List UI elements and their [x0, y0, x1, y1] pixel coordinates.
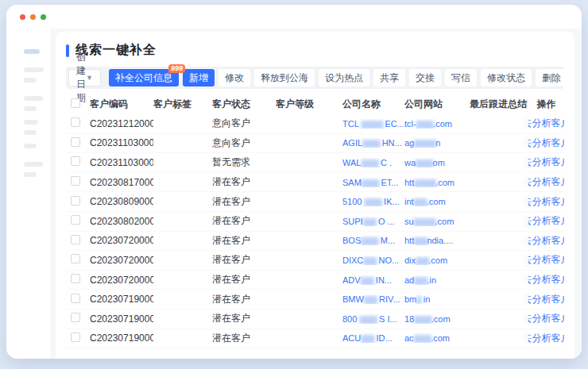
- table-row[interactable]: C202312120001 意向客户 TCL █████ EC... tcl-█…: [66, 114, 564, 134]
- company-name-link[interactable]: BMW███ RIV...: [342, 294, 404, 304]
- row-checkbox[interactable]: [71, 176, 80, 186]
- row-checkbox[interactable]: [71, 274, 80, 283]
- company-name-link[interactable]: WAL████ C .: [342, 158, 404, 167]
- company-name-link[interactable]: DIXC███ NO...: [342, 256, 404, 265]
- company-name-link[interactable]: 5100 ████ IK...: [342, 197, 404, 206]
- customer-code: C202307190002: [90, 313, 153, 325]
- table-row[interactable]: C202308090001 潜在客户 5100 ████ IK... int██…: [66, 192, 564, 212]
- row-checkbox[interactable]: [71, 235, 80, 244]
- row-checkbox[interactable]: [71, 313, 80, 322]
- table-row[interactable]: C202307200001 潜在客户 ADV███ IN... ad███.in…: [66, 271, 564, 290]
- table-header-row: 客户编码 客户标签 客户状态 客户等级 公司名称 公司网站 最后跟进总结 操作: [66, 94, 564, 114]
- company-name-link[interactable]: TCL █████ EC...: [342, 119, 404, 129]
- table-row[interactable]: C202308170001 潜在客户 SAM████ ET... htt████…: [66, 173, 564, 193]
- zoom-window-button[interactable]: [41, 14, 46, 20]
- analyze-customer-link[interactable]: 去分析客户: [528, 232, 564, 251]
- more-actions-button[interactable]: 更多... ▼: [571, 69, 574, 86]
- table-row[interactable]: C202307190002 潜在客户 800 ████ S I... 18███…: [66, 309, 564, 329]
- row-checkbox[interactable]: [71, 156, 80, 166]
- analyze-customer-link[interactable]: 去分析客户: [528, 329, 564, 348]
- company-website-link[interactable]: su█████.com: [404, 217, 470, 226]
- sidebar-skeleton: [6, 29, 52, 359]
- content-card: 线索一键补全 创建日期 ▼ 补全公司信息 999 新增 修改释放到公海设为热点共…: [56, 32, 574, 359]
- sidebar-skeleton-item: [24, 106, 37, 111]
- company-name-link[interactable]: ADV███ IN...: [342, 275, 404, 285]
- customer-code: C202308020001: [90, 216, 153, 227]
- company-name-link[interactable]: 800 ████ S I...: [342, 314, 404, 324]
- title-accent-bar: [66, 44, 69, 57]
- set-hotspot-button[interactable]: 设为热点: [319, 69, 369, 86]
- customer-code: C202307200002: [90, 255, 153, 266]
- row-checkbox[interactable]: [71, 294, 80, 303]
- company-name-link[interactable]: AGIL████ HN...: [342, 138, 404, 148]
- customer-status: 暂无需求: [212, 156, 276, 169]
- close-window-button[interactable]: [20, 14, 25, 20]
- company-website-link[interactable]: dix███.com: [404, 256, 470, 265]
- row-checkbox[interactable]: [71, 137, 80, 147]
- row-checkbox[interactable]: [71, 254, 80, 263]
- select-all-checkbox[interactable]: [71, 98, 80, 108]
- company-name-link[interactable]: SAM████ ET...: [342, 178, 404, 187]
- company-website-link[interactable]: htt█████.com: [404, 178, 470, 187]
- customer-status: 潜在客户: [212, 253, 276, 267]
- table-row[interactable]: C202311030001 暂无需求 WAL████ C . wa████om …: [66, 153, 564, 173]
- table-row[interactable]: C202308020001 潜在客户 SUPI███ O ... su█████…: [66, 212, 564, 232]
- customer-status: 意向客户: [212, 136, 276, 150]
- change-status-button[interactable]: 修改状态: [481, 69, 532, 86]
- sidebar-skeleton-item: [24, 67, 44, 72]
- release-to-public-sea-button[interactable]: 释放到公海: [254, 69, 315, 86]
- customer-status: 潜在客户: [212, 273, 276, 286]
- analyze-customer-link[interactable]: 去分析客户: [528, 251, 564, 270]
- row-checkbox[interactable]: [71, 332, 80, 342]
- minimize-window-button[interactable]: [30, 14, 36, 20]
- company-website-link[interactable]: ag█████n: [404, 138, 470, 148]
- add-new-button[interactable]: 新增: [183, 69, 215, 86]
- company-website-link[interactable]: wa████om: [404, 158, 470, 167]
- handover-button[interactable]: 交接: [409, 69, 441, 86]
- table-row[interactable]: C202307190001 潜在客户 ACU███ ID... ac████.c…: [66, 329, 564, 349]
- write-letter-button[interactable]: 写信: [445, 69, 477, 86]
- company-website-link[interactable]: 18████.com: [404, 314, 470, 324]
- app-window: 线索一键补全 创建日期 ▼ 补全公司信息 999 新增 修改释放到公海设为热点共…: [6, 5, 582, 359]
- col-header-followup-summary: 最后跟进总结: [470, 98, 528, 111]
- page-header: 线索一键补全: [66, 42, 564, 59]
- complete-company-info-badge: 999: [168, 64, 185, 73]
- analyze-customer-link[interactable]: 去分析客户: [528, 290, 564, 309]
- company-website-link[interactable]: htt███ndia....: [404, 236, 470, 245]
- analyze-customer-link[interactable]: 去分析客户: [528, 153, 564, 172]
- row-checkbox[interactable]: [71, 196, 80, 206]
- analyze-customer-link[interactable]: 去分析客户: [528, 114, 564, 133]
- company-website-link[interactable]: bm█ in: [404, 294, 470, 304]
- company-website-link[interactable]: ad███.in: [404, 275, 470, 285]
- col-header-company-website: 公司网站: [404, 98, 470, 111]
- customer-status: 潜在客户: [212, 234, 276, 248]
- table-row[interactable]: C202307200002 潜在客户 DIXC███ NO... dix███.…: [66, 251, 564, 271]
- row-checkbox[interactable]: [71, 215, 80, 225]
- table-row[interactable]: C202311030002 意向客户 AGIL████ HN... ag████…: [66, 134, 564, 154]
- table-row[interactable]: C202307190003 潜在客户 BMW███ RIV... bm█ in …: [66, 290, 564, 309]
- col-header-customer-status: 客户状态: [212, 98, 276, 111]
- share-button[interactable]: 共享: [373, 69, 405, 86]
- analyze-customer-link[interactable]: 去分析客户: [528, 309, 564, 329]
- analyze-customer-link[interactable]: 去分析客户: [528, 212, 564, 231]
- customer-code: C202307190003: [90, 294, 153, 305]
- chevron-down-icon: ▼: [86, 74, 93, 82]
- analyze-customer-link[interactable]: 去分析客户: [528, 134, 564, 153]
- edit-button[interactable]: 修改: [219, 69, 250, 86]
- company-name-link[interactable]: BOS████ M...: [342, 236, 404, 245]
- window-titlebar: [6, 5, 582, 29]
- create-date-filter-select[interactable]: 创建日期 ▼: [68, 69, 101, 86]
- analyze-customer-link[interactable]: 去分析客户: [528, 271, 564, 290]
- company-website-link[interactable]: int███.com: [404, 197, 470, 206]
- company-name-link[interactable]: ACU███ ID...: [342, 333, 404, 343]
- row-checkbox[interactable]: [71, 117, 80, 127]
- company-name-link[interactable]: SUPI███ O ...: [342, 217, 404, 226]
- analyze-customer-link[interactable]: 去分析客户: [528, 192, 564, 211]
- sidebar-skeleton-item-active[interactable]: [24, 49, 40, 54]
- company-website-link[interactable]: tcl-████.com: [404, 119, 470, 129]
- sidebar-skeleton-item: [24, 78, 37, 83]
- table-row[interactable]: C202307200003 潜在客户 BOS████ M... htt███nd…: [66, 232, 564, 252]
- analyze-customer-link[interactable]: 去分析客户: [528, 173, 564, 192]
- delete-button[interactable]: 删除: [536, 69, 567, 86]
- company-website-link[interactable]: ac████.com: [404, 333, 470, 343]
